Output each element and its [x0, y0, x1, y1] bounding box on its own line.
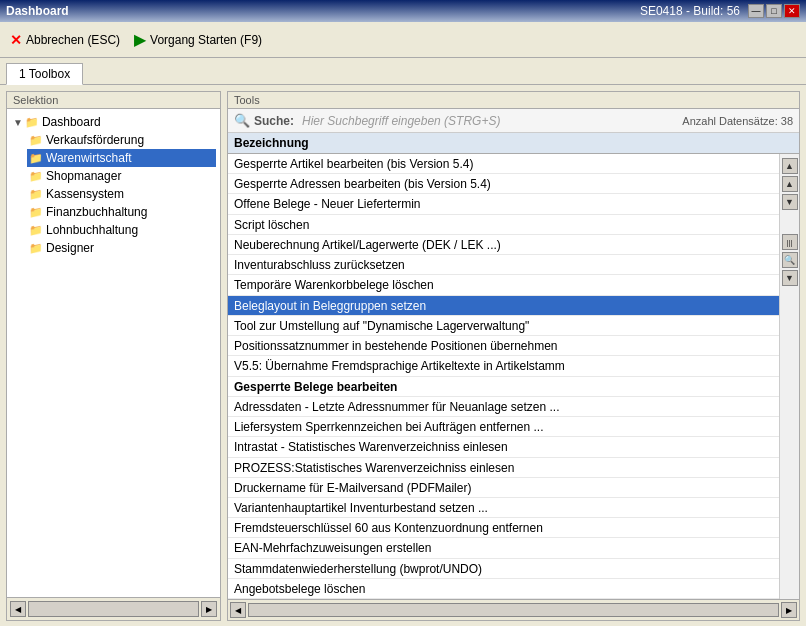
tool-item-9[interactable]: Positionssatznummer in bestehende Positi…	[228, 336, 779, 356]
tools-list: Gesperrte Artikel bearbeiten (bis Versio…	[228, 154, 779, 599]
tool-item-13[interactable]: Liefersystem Sperrkennzeichen bei Aufträ…	[228, 417, 779, 437]
right-panel-footer: ◀ ▶	[228, 599, 799, 620]
tool-item-18[interactable]: Fremdsteuerschlüssel 60 aus Kontenzuordn…	[228, 518, 779, 538]
title-bar: Dashboard SE0418 - Build: 56 — □ ✕	[0, 0, 806, 22]
tree-item-dashboard[interactable]: ▼ 📁 Dashboard	[11, 113, 216, 131]
tree-item-waren-label: Warenwirtschaft	[46, 151, 132, 165]
tab-toolbox-label: 1 Toolbox	[19, 67, 70, 81]
tool-item-1[interactable]: Gesperrte Adressen bearbeiten (bis Versi…	[228, 174, 779, 194]
tree-item-lohn-label: Lohnbuchhaltung	[46, 223, 138, 237]
tool-item-5[interactable]: Inventurabschluss zurücksetzen	[228, 255, 779, 275]
tool-item-12[interactable]: Adressdaten - Letzte Adressnummer für Ne…	[228, 397, 779, 417]
abbrechen-label: Abbrechen (ESC)	[26, 33, 120, 47]
tool-item-11[interactable]: Gesperrte Belege bearbeiten	[228, 377, 779, 397]
tool-item-20[interactable]: Stammdatenwiederherstellung (bwprot/UNDO…	[228, 559, 779, 579]
tree-item-finanz-label: Finanzbuchhaltung	[46, 205, 147, 219]
tool-item-2[interactable]: Offene Belege - Neuer Liefertermin	[228, 194, 779, 214]
tree-item-designer-label: Designer	[46, 241, 94, 255]
left-panel-footer: ◀ ▶	[7, 597, 220, 620]
search-input[interactable]: Hier Suchbegriff eingeben (STRG+S)	[302, 114, 678, 128]
tree-item-dashboard-label: Dashboard	[42, 115, 101, 129]
tree-item-kasse-label: Kassensystem	[46, 187, 124, 201]
folder-icon-kasse: 📁	[29, 188, 43, 201]
tree-item-warenwirtschaft[interactable]: 📁 Warenwirtschaft	[27, 149, 216, 167]
search-count: Anzahl Datensätze: 38	[682, 115, 793, 127]
app-title: Dashboard	[6, 4, 69, 18]
tool-item-3[interactable]: Script löschen	[228, 215, 779, 235]
vorgang-label: Vorgang Starten (F9)	[150, 33, 262, 47]
tree-item-shopmanager[interactable]: 📁 Shopmanager	[27, 167, 216, 185]
close-button[interactable]: ✕	[784, 4, 800, 18]
side-icons: ▲ ▲ ▼ ||| 🔍 ▼	[779, 154, 799, 599]
expand-icon-dashboard: ▼	[13, 117, 23, 128]
tools-content: Gesperrte Artikel bearbeiten (bis Versio…	[228, 154, 799, 599]
tools-title: Tools	[228, 92, 799, 109]
filter-button[interactable]: ▼	[782, 270, 798, 286]
details-button[interactable]: |||	[782, 234, 798, 250]
folder-icon-verk: 📁	[29, 134, 43, 147]
horizontal-scrollbar[interactable]	[28, 601, 199, 617]
tree-item-finanzbuchhaltung[interactable]: 📁 Finanzbuchhaltung	[27, 203, 216, 221]
folder-icon-dashboard: 📁	[25, 116, 39, 129]
tool-item-14[interactable]: Intrastat - Statistisches Warenverzeichn…	[228, 437, 779, 457]
tools-hscrollbar[interactable]	[248, 603, 779, 617]
vorgang-starten-button[interactable]: ▶ Vorgang Starten (F9)	[130, 28, 266, 51]
tool-item-4[interactable]: Neuberechnung Artikel/Lagerwerte (DEK / …	[228, 235, 779, 255]
scroll-right-button[interactable]: ▶	[201, 601, 217, 617]
tree-item-verkaufsfoerderung[interactable]: 📁 Verkaufsförderung	[27, 131, 216, 149]
minimize-button[interactable]: —	[748, 4, 764, 18]
tab-bar: 1 Toolbox	[0, 58, 806, 85]
search-side-button[interactable]: 🔍	[782, 252, 798, 268]
search-icon: 🔍	[234, 113, 250, 128]
tree-children: 📁 Verkaufsförderung 📁 Warenwirtschaft 📁 …	[27, 131, 216, 257]
folder-icon-waren: 📁	[29, 152, 43, 165]
search-bar: 🔍 Suche: Hier Suchbegriff eingeben (STRG…	[228, 109, 799, 133]
scroll-down-button[interactable]: ▼	[782, 194, 798, 210]
right-panel: Tools 🔍 Suche: Hier Suchbegriff eingeben…	[227, 91, 800, 621]
tree-item-kassensystem[interactable]: 📁 Kassensystem	[27, 185, 216, 203]
folder-icon-lohn: 📁	[29, 224, 43, 237]
tab-toolbox[interactable]: 1 Toolbox	[6, 63, 83, 85]
tool-item-8[interactable]: Tool zur Umstellung auf "Dynamische Lage…	[228, 316, 779, 336]
tool-item-19[interactable]: EAN-Mehrfachzuweisungen erstellen	[228, 538, 779, 558]
folder-icon-finanz: 📁	[29, 206, 43, 219]
scroll-up-button[interactable]: ▲	[782, 176, 798, 192]
tool-item-17[interactable]: Variantenhauptartikel Inventurbestand se…	[228, 498, 779, 518]
scroll-top-button[interactable]: ▲	[782, 158, 798, 174]
tool-item-15[interactable]: PROZESS:Statistisches Warenverzeichniss …	[228, 458, 779, 478]
tool-item-16[interactable]: Druckername für E-Mailversand (PDFMailer…	[228, 478, 779, 498]
left-panel: Selektion ▼ 📁 Dashboard 📁 Verkaufsförder…	[6, 91, 221, 621]
x-icon: ✕	[10, 32, 22, 48]
maximize-button[interactable]: □	[766, 4, 782, 18]
play-icon: ▶	[134, 30, 146, 49]
tool-item-10[interactable]: V5.5: Übernahme Fremdsprachige Artikelte…	[228, 356, 779, 376]
tree-item-lohnbuchhaltung[interactable]: 📁 Lohnbuchhaltung	[27, 221, 216, 239]
toolbar: ✕ Abbrechen (ESC) ▶ Vorgang Starten (F9)	[0, 22, 806, 58]
tree-item-designer[interactable]: 📁 Designer	[27, 239, 216, 257]
tools-scroll-left[interactable]: ◀	[230, 602, 246, 618]
folder-icon-shop: 📁	[29, 170, 43, 183]
tool-item-21[interactable]: Angebotsbelege löschen	[228, 579, 779, 599]
build-info: SE0418 - Build: 56	[640, 4, 740, 18]
tool-item-6[interactable]: Temporäre Warenkorbbelege löschen	[228, 275, 779, 295]
main-area: Selektion ▼ 📁 Dashboard 📁 Verkaufsförder…	[0, 85, 806, 626]
tree-item-shop-label: Shopmanager	[46, 169, 121, 183]
tools-header: Bezeichnung	[228, 133, 799, 154]
tools-scroll-right[interactable]: ▶	[781, 602, 797, 618]
scroll-left-button[interactable]: ◀	[10, 601, 26, 617]
abbrechen-button[interactable]: ✕ Abbrechen (ESC)	[6, 30, 124, 50]
tools-header-bezeichnung: Bezeichnung	[234, 136, 309, 150]
folder-icon-designer: 📁	[29, 242, 43, 255]
tool-item-0[interactable]: Gesperrte Artikel bearbeiten (bis Versio…	[228, 154, 779, 174]
tree-area: ▼ 📁 Dashboard 📁 Verkaufsförderung 📁 Ware…	[7, 109, 220, 597]
selektion-title: Selektion	[7, 92, 220, 109]
search-label: Suche:	[254, 114, 294, 128]
tree-item-verk-label: Verkaufsförderung	[46, 133, 144, 147]
tool-item-7[interactable]: Beleglayout in Beleggruppen setzen	[228, 296, 779, 316]
